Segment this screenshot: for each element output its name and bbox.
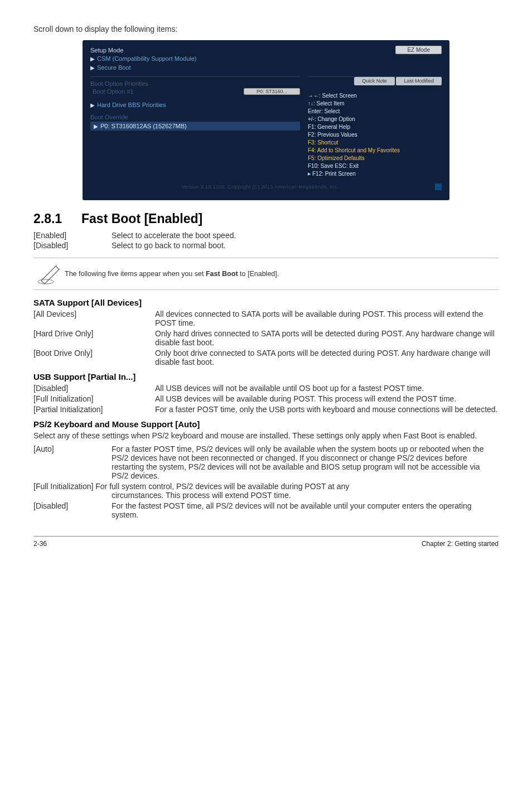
page-number: 2-36 <box>33 540 67 548</box>
bios-lastmod-tab: Last Modified <box>396 77 442 85</box>
bios-help-l9: F5: Optimized Defaults <box>308 154 442 162</box>
sata-hard-val: Only hard drives connected to SATA ports… <box>155 329 499 347</box>
usb-heading: USB Support [Partial In...] <box>33 372 499 381</box>
fastboot-enabled-val: Select to accelerate the boot speed. <box>112 231 236 240</box>
svg-line-2 <box>43 265 57 278</box>
note-text: The following five items appear when you… <box>65 270 279 278</box>
bios-secure-boot-row: Secure Boot <box>97 64 442 71</box>
fastboot-disabled-val: Select to go back to normal boot. <box>112 241 226 250</box>
bios-ez-mode-button: EZ Mode <box>395 46 442 54</box>
chevron-icon: ▶ <box>94 123 98 129</box>
bios-help-l8: F4: Add to Shortcut and My Favorites <box>308 147 442 154</box>
sata-heading: SATA Support [All Devices] <box>33 298 499 307</box>
bios-help-l7: F3: Shortcut <box>308 139 442 147</box>
chapter-label: Chapter 2: Getting started <box>67 540 499 548</box>
bios-help-l3: Enter: Select <box>308 108 442 115</box>
usb-full-val: All USB devices will be available during… <box>155 394 499 403</box>
usb-dis-key: [Disabled] <box>33 384 155 393</box>
pencil-icon <box>33 263 65 285</box>
bios-help-l4: +/-: Change Option <box>308 115 442 123</box>
bios-help-l6: F2: Previous Values <box>308 131 442 139</box>
bios-quicknote-tab: Quick Note <box>354 77 395 85</box>
ps2-dis-key: [Disabled] <box>33 501 112 519</box>
bios-screenshot: Setup Mode EZ Mode ▶CSM (Compatibility S… <box>83 40 449 200</box>
section-number: 2.8.1 <box>33 211 81 226</box>
bios-corner-icon <box>435 183 442 190</box>
bios-help-l1: →←: Select Screen <box>308 92 442 100</box>
sata-all-val: All devices connected to SATA ports will… <box>155 310 499 327</box>
bios-title: Setup Mode <box>90 47 390 54</box>
ps2-full-line1: [Full Initialization] For full system co… <box>33 482 499 491</box>
bios-override-item: P0: ST3160812AS (152627MB) <box>100 123 187 129</box>
bios-help-l10: F10: Save ESC: Exit <box>308 162 442 170</box>
usb-part-key: [Partial Initialization] <box>33 405 155 414</box>
ps2-auto-key: [Auto] <box>33 445 112 480</box>
chevron-icon: ▶ <box>90 56 95 62</box>
ps2-intro: Select any of these settings when PS/2 k… <box>33 431 499 440</box>
usb-dis-val: All USB devices will not be available un… <box>155 384 499 393</box>
bios-boot-option1: Boot Option #1 <box>90 88 244 95</box>
scroll-intro: Scroll down to display the following ite… <box>33 25 499 33</box>
sata-boot-val: Only boot drive connected to SATA ports … <box>155 349 499 366</box>
bullet-icon: ▶ <box>308 172 311 176</box>
usb-part-val: For a faster POST time, only the USB por… <box>155 405 499 414</box>
section-heading: 2.8.1Fast Boot [Enabled] <box>33 211 499 226</box>
ps2-auto-val: For a faster POST time, PS/2 devices wil… <box>112 445 499 480</box>
bios-help-l11: F12: Print Screen <box>312 171 356 177</box>
section-title: Fast Boot [Enabled] <box>81 211 202 226</box>
sata-all-key: [All Devices] <box>33 310 155 327</box>
ps2-heading: PS/2 Keyboard and Mouse Support [Auto] <box>33 419 499 429</box>
fastboot-disabled-key: [Disabled] <box>33 241 112 250</box>
fastboot-enabled-key: [Enabled] <box>33 231 112 240</box>
svg-marker-1 <box>41 266 59 284</box>
sata-hard-key: [Hard Drive Only] <box>33 329 155 347</box>
bios-copyright: Version 2.10.1208. Copyright (C) 2013 Am… <box>90 184 429 190</box>
ps2-dis-val: For the fastest POST time, all PS/2 devi… <box>112 501 499 519</box>
bios-csm-row: CSM (Compatibility Support Module) <box>97 55 442 62</box>
usb-full-key: [Full Initialization] <box>33 394 155 403</box>
bios-hdd-priorities: Hard Drive BBS Priorities <box>97 102 300 108</box>
ps2-full-line2: circumstances. This process will extend … <box>33 491 499 500</box>
chevron-icon: ▶ <box>90 102 95 108</box>
bios-help-l2: ↑↓: Select Item <box>308 100 442 108</box>
bios-override-label: Boot Override <box>90 114 300 120</box>
bios-help-l5: F1: General Help <box>308 123 442 131</box>
bios-boot-cfg-label: Boot Option Priorities <box>90 80 300 87</box>
sata-boot-key: [Boot Drive Only] <box>33 349 155 366</box>
bios-boot-option1-value: P0: ST3160... <box>244 88 300 95</box>
chevron-icon: ▶ <box>90 65 95 71</box>
